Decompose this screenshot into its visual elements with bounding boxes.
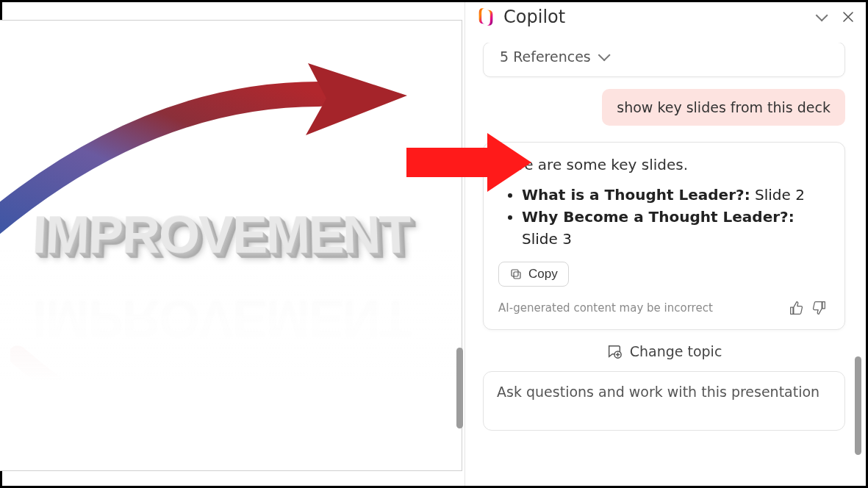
close-button[interactable] (838, 7, 858, 27)
copilot-body: 5 References show key slides from this d… (465, 33, 866, 486)
ai-disclaimer: AI-generated content may be incorrect (498, 301, 713, 315)
slide-headline-text: IMPROVEMENT (31, 205, 412, 265)
change-topic-button[interactable]: Change topic (606, 343, 722, 359)
slide-headline: IMPROVEMENT (1, 204, 441, 265)
key-slide-title: What is a Thought Leader?: (522, 186, 750, 204)
collapse-button[interactable] (810, 7, 831, 27)
references-label: 5 References (500, 49, 591, 65)
chevron-down-icon (816, 9, 828, 21)
thumbs-up-button[interactable] (786, 297, 808, 319)
close-icon (842, 11, 854, 23)
new-topic-icon (606, 343, 623, 359)
ai-response-card: Here are some key slides. What is a Thou… (483, 142, 845, 330)
user-message-bubble: show key slides from this deck (602, 89, 845, 126)
list-item: Why Become a Thought Leader?: Slide 3 (522, 206, 830, 250)
copilot-pane: Copilot 5 References show key slides fro… (465, 2, 866, 486)
list-item: What is a Thought Leader?: Slide 2 (522, 184, 830, 206)
thumbs-down-icon (811, 301, 826, 315)
key-slide-ref: Slide 3 (522, 230, 572, 248)
floor-gradient (0, 250, 462, 470)
ask-input-card[interactable]: Ask questions and work with this present… (483, 371, 845, 431)
key-slides-list: What is a Thought Leader?: Slide 2 Why B… (498, 184, 830, 250)
copy-label: Copy (528, 267, 558, 281)
thumbs-up-icon (789, 301, 804, 315)
copilot-logo-icon (476, 7, 496, 27)
slide-pane: IMPROVEMENT IMPROVEMENT (2, 2, 465, 486)
key-slide-title: Why Become a Thought Leader?: (522, 208, 795, 226)
svg-marker-1 (299, 440, 387, 471)
copilot-title: Copilot (503, 7, 803, 27)
app-root: IMPROVEMENT IMPROVEMENT (0, 0, 868, 488)
slide-surface: IMPROVEMENT IMPROVEMENT (0, 21, 462, 470)
ai-footer: AI-generated content may be incorrect (498, 297, 830, 319)
ai-intro-text: Here are some key slides. (498, 156, 830, 173)
svg-rect-4 (512, 270, 518, 276)
copy-icon (509, 268, 523, 281)
svg-marker-0 (306, 63, 407, 135)
slide-canvas[interactable]: IMPROVEMENT IMPROVEMENT (0, 20, 462, 471)
references-toggle[interactable]: 5 References (500, 49, 828, 65)
chevron-down-icon (598, 49, 610, 61)
copilot-scrollbar-thumb[interactable] (855, 356, 861, 455)
references-card: 5 References (483, 42, 845, 77)
ask-placeholder: Ask questions and work with this present… (497, 384, 819, 400)
copy-button[interactable]: Copy (498, 262, 569, 287)
slide-scrollbar-thumb[interactable] (456, 348, 463, 428)
thumbs-down-button[interactable] (808, 297, 830, 319)
copilot-header: Copilot (465, 2, 866, 33)
svg-rect-3 (514, 272, 520, 279)
slide-headline-reflection: IMPROVEMENT (1, 289, 441, 349)
key-slide-ref: Slide 2 (755, 186, 805, 204)
change-topic-label: Change topic (630, 343, 722, 359)
